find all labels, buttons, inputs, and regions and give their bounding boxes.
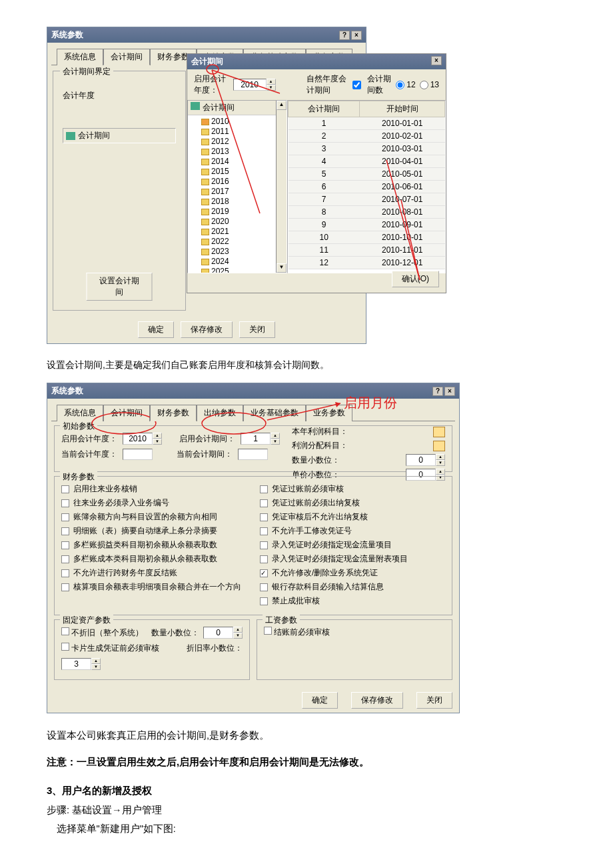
finance-check[interactable]: 不允许进行跨财务年度反结账 (61, 567, 247, 579)
folder-icon (201, 169, 209, 175)
finance-check[interactable]: 禁止成批审核 (260, 595, 445, 607)
year-tree-item[interactable]: 2021 (189, 227, 275, 237)
table-row[interactable]: 42010-04-01 (289, 155, 445, 168)
profit-label: 本年利润科目： (292, 426, 348, 437)
finance-check[interactable]: 核算项目余额表非明细项目余额合并在一个方向 (61, 581, 247, 593)
finance-check[interactable]: 凭证过账前必须出纳复核 (260, 497, 445, 509)
tab-period[interactable]: 会计期间 (103, 49, 150, 65)
enable-year-input[interactable] (233, 79, 267, 91)
table-row[interactable]: 52010-05-01 (289, 168, 445, 181)
tab-cashier[interactable]: 出纳参数 (197, 405, 243, 421)
table-row[interactable]: 32010-03-01 (289, 143, 445, 155)
finance-check[interactable]: 往来业务必须录入业务编号 (61, 497, 247, 509)
tab-sysinfo[interactable]: 系统信息 (57, 49, 103, 65)
scroll-up-icon[interactable]: ▲ (277, 101, 287, 110)
asset-qty-dec-input[interactable] (203, 627, 233, 639)
tree-header: 会计期间 (63, 128, 176, 143)
year-tree-item[interactable]: 2011 (189, 127, 275, 137)
finance-check[interactable]: 凭证过账前必须审核 (260, 483, 445, 495)
finance-check[interactable]: 多栏账损益类科目期初余额从余额表取数 (61, 539, 247, 551)
table-row[interactable]: 122010-12-01 (289, 257, 445, 269)
set-period-button[interactable]: 设置会计期间 (87, 273, 153, 301)
card-voucher-check[interactable]: 卡片生成凭证前必须审核 (61, 643, 159, 654)
folder-icon (201, 209, 209, 215)
year-tree-item[interactable]: 2022 (189, 237, 275, 247)
cur-period-input[interactable] (238, 449, 268, 460)
asset-rate-dec-input[interactable] (61, 658, 91, 670)
year-tree-item[interactable]: 2017 (189, 187, 275, 197)
finance-check[interactable]: 明细账（表）摘要自动继承上条分录摘要 (61, 525, 247, 537)
ok-button[interactable]: 确定 (138, 321, 174, 338)
salary-check[interactable]: 结账前必须审核 (264, 627, 330, 637)
scroll-down-icon[interactable]: ▼ (277, 263, 287, 273)
table-row[interactable]: 82010-08-01 (289, 206, 445, 219)
save-button[interactable]: 保存修改 (351, 692, 403, 709)
enable-period-input[interactable] (241, 433, 271, 445)
year-tree-item[interactable]: 2018 (189, 197, 275, 207)
table-row[interactable]: 112010-11-01 (289, 244, 445, 257)
year-tree-item[interactable]: 2010 (189, 117, 275, 127)
year-tree-item[interactable]: 2025 (189, 267, 275, 273)
spin-up-icon[interactable]: ▲ (267, 79, 276, 85)
save-button[interactable]: 保存修改 (181, 321, 233, 338)
year-tree-item[interactable]: 2015 (189, 167, 275, 177)
year-tree-item[interactable]: 2016 (189, 177, 275, 187)
tree-head-label: 会计期间 (78, 130, 110, 141)
close-icon[interactable]: × (351, 31, 362, 40)
tab-sysinfo[interactable]: 系统信息 (57, 405, 103, 421)
finance-check[interactable]: 录入凭证时必须指定现金流量项目 (260, 539, 445, 551)
year-tree-item[interactable]: 2024 (189, 257, 275, 267)
year-tree-item[interactable]: 2019 (189, 207, 275, 217)
year-tree-item[interactable]: 2013 (189, 147, 275, 157)
tab-period[interactable]: 会计期间 (103, 405, 150, 421)
finance-check[interactable]: 银行存款科目必须输入结算信息 (260, 581, 445, 593)
scrollbar[interactable]: ▲▼ (276, 101, 287, 273)
year-tree-item[interactable]: 2020 (189, 217, 275, 227)
close-icon[interactable]: × (444, 387, 455, 396)
finance-check[interactable]: 账簿余额方向与科目设置的余额方向相同 (61, 511, 247, 523)
ok-button[interactable]: 确定 (302, 692, 338, 709)
confirm-button[interactable]: 确认(O) (392, 271, 439, 287)
table-row[interactable]: 62010-06-01 (289, 181, 445, 193)
salary-params-group: 工资参数 结账前必须审核 (257, 619, 452, 680)
finance-check[interactable]: 不允许手工修改凭证号 (260, 525, 445, 537)
table-row[interactable]: 12010-01-01 (289, 117, 445, 130)
enable-year-spinner[interactable]: ▲▼ (233, 79, 276, 91)
folder-icon (201, 139, 209, 145)
radio-12[interactable] (396, 81, 404, 89)
close-button[interactable]: 关闭 (416, 692, 452, 709)
finance-check[interactable]: 凭证审核后不允许出纳复核 (260, 511, 445, 523)
no-depr-check[interactable]: 不折旧（整个系统） (61, 627, 143, 639)
panel-title-bar: 会计期间 × (187, 54, 446, 69)
year-tree[interactable]: 会计期间 20102011201220132014201520162017201… (187, 100, 287, 273)
finance-check[interactable]: 多栏账成本类科目期初余额从余额表取数 (61, 553, 247, 565)
tree-icon (191, 102, 200, 110)
panel-close-icon[interactable]: × (431, 56, 442, 65)
tab-finance[interactable]: 财务参数 (150, 405, 197, 421)
table-row[interactable]: 72010-07-01 (289, 193, 445, 206)
cur-year-input[interactable] (123, 449, 153, 460)
finance-check[interactable]: 录入凭证时必须指定现金流量附表项目 (260, 553, 445, 565)
natural-year-checkbox[interactable] (352, 81, 361, 89)
close-button[interactable]: 关闭 (239, 321, 275, 338)
lookup-icon[interactable] (433, 427, 445, 437)
year-tree-item[interactable]: 2012 (189, 137, 275, 147)
lookup-icon[interactable] (433, 441, 445, 451)
qty-dec-input[interactable] (406, 454, 436, 466)
year-tree-item[interactable]: 2014 (189, 157, 275, 167)
year-tree-item[interactable]: 2023 (189, 247, 275, 257)
enable-year-input[interactable] (123, 433, 153, 445)
table-row[interactable]: 22010-02-01 (289, 130, 445, 143)
help-icon[interactable]: ? (432, 387, 443, 396)
checkbox-icon (61, 499, 69, 507)
tab-bizbase[interactable]: 业务基础参数 (243, 405, 306, 421)
help-icon[interactable]: ? (339, 31, 350, 40)
radio-13[interactable] (420, 81, 428, 89)
finance-check[interactable]: 不允许修改/删除业务系统凭证 (260, 567, 445, 579)
checkbox-icon (61, 527, 69, 535)
checkbox-icon (260, 555, 268, 563)
finance-check[interactable]: 启用往来业务核销 (61, 483, 247, 495)
table-row[interactable]: 92010-09-01 (289, 219, 445, 231)
spin-down-icon[interactable]: ▼ (267, 85, 276, 91)
table-row[interactable]: 102010-10-01 (289, 231, 445, 244)
